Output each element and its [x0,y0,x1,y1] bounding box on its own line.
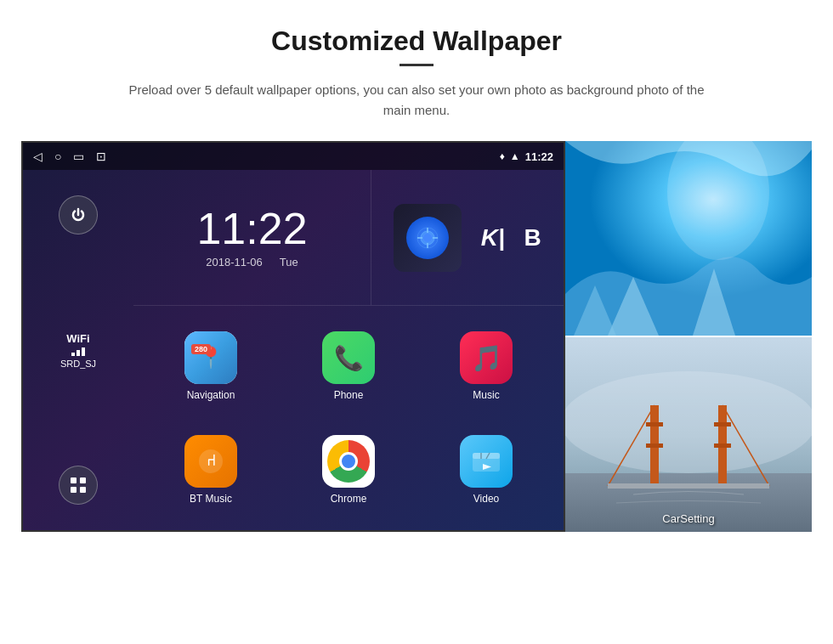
svg-rect-28 [714,443,731,448]
apps-button[interactable] [59,466,98,505]
svg-text:⑁: ⑁ [207,452,216,469]
svg-rect-27 [714,422,731,427]
right-panels: CarSetting [565,141,812,532]
page-description: Preload over 5 default wallpaper options… [119,80,714,121]
screenshot-icon[interactable]: ⊡ [96,150,106,163]
chrome-inner-circle [339,452,358,471]
music-label: Music [473,389,499,401]
music-icon: 🎵 [460,331,513,384]
bt-music-label: BT Music [190,493,232,505]
map-pin-icon: 📍 [198,346,224,370]
wifi-network: SRD_SJ [60,359,96,369]
navigation-label: Navigation [187,389,235,401]
page-container: Customized Wallpaper Preload over 5 defa… [0,0,833,644]
nav-icons: ◁ ○ ▭ ⊡ [33,150,106,163]
bridge-overlay [565,337,812,532]
android-screen: ◁ ○ ▭ ⊡ ♦ ▲ 11:22 [21,141,565,532]
chrome-outer-ring [327,440,370,483]
clock-date: 2018-11-06 Tue [206,256,298,268]
wifi-info: WiFi SRD_SJ [60,332,96,369]
wallpaper-ice[interactable] [565,141,812,336]
svg-point-6 [423,234,432,242]
nav-map: 📍 [184,331,237,384]
signal-widget [394,204,462,272]
app-item-bt-music[interactable]: ⑁ BT Music [142,418,280,522]
svg-rect-2 [71,487,76,493]
back-icon[interactable]: ◁ [33,150,42,163]
status-time: 11:22 [525,150,553,163]
app-item-video[interactable]: Video [417,418,555,522]
b-label: B [524,224,541,251]
ice-overlay [565,141,812,336]
main-content: 11:22 2018-11-06 Tue [133,170,564,530]
top-right-section: K| B [371,170,564,306]
music-note-icon: 🎵 [471,343,502,373]
screen-wrapper: ◁ ○ ▭ ⊡ ♦ ▲ 11:22 [21,141,812,532]
home-icon[interactable]: ○ [54,150,61,163]
clock-date-value: 2018-11-06 [206,256,263,268]
svg-rect-25 [646,422,663,427]
svg-point-22 [565,371,812,473]
wifi-bars [71,347,85,356]
svg-rect-0 [71,477,76,483]
app-item-chrome[interactable]: Chrome [280,418,417,522]
status-bar: ◁ ○ ▭ ⊡ ♦ ▲ 11:22 [23,143,564,170]
title-divider [400,64,434,66]
app-item-phone[interactable]: 📞 Phone [280,314,417,418]
svg-rect-26 [646,443,663,448]
svg-rect-29 [608,483,769,489]
phone-icon: 📞 [322,331,375,384]
svg-rect-1 [80,477,86,483]
k-label: K| [481,224,505,251]
status-icons: ♦ ▲ 11:22 [500,150,553,163]
video-label: Video [473,493,499,505]
clock-time: 11:22 [196,206,307,251]
app-item-navigation[interactable]: 📍 Navigation [142,314,280,418]
chrome-label: Chrome [331,493,367,505]
location-status-icon: ♦ [500,150,505,162]
wallpaper-bridge[interactable]: CarSetting [565,337,812,532]
svg-rect-3 [80,487,86,493]
wifi-label: WiFi [66,332,89,345]
bt-music-icon: ⑁ [184,435,237,488]
wifi-bar-2 [76,350,80,356]
app-item-music[interactable]: 🎵 Music [417,314,555,418]
car-setting-label: CarSetting [565,512,812,525]
phone-handset-icon: 📞 [334,344,364,372]
chrome-icon [322,435,375,488]
app-grid: 📍 Navigation 📞 Phone [133,306,564,530]
page-title: Customized Wallpaper [271,25,562,57]
clock-day: Tue [280,256,298,268]
clock-section: 11:22 2018-11-06 Tue [133,170,371,306]
wifi-bar-3 [82,347,85,356]
wifi-status-icon: ▲ [510,150,520,162]
left-sidebar: WiFi SRD_SJ [23,170,133,530]
recents-icon[interactable]: ▭ [73,150,84,163]
power-button[interactable] [59,195,98,234]
navigation-icon: 📍 [184,331,237,384]
phone-label: Phone [334,389,364,401]
video-icon [460,435,513,488]
wifi-bar-1 [71,353,75,356]
signal-icon [406,217,449,259]
